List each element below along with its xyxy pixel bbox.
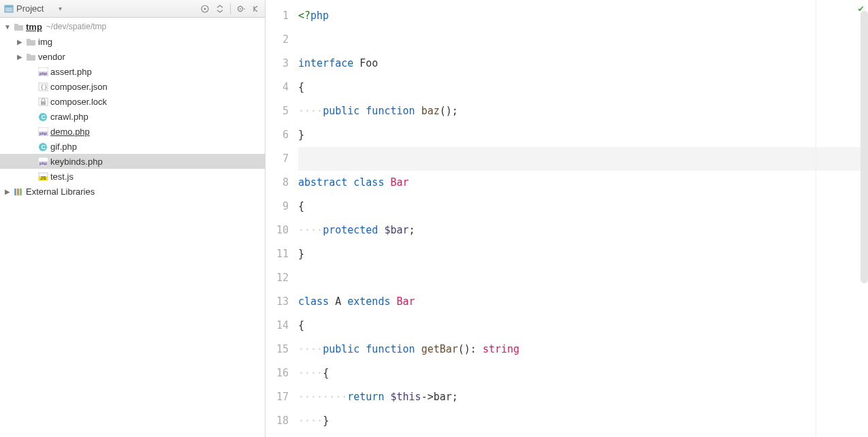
- line-number: 15: [266, 338, 298, 361]
- chevron-down-icon[interactable]: ▼: [3, 23, 12, 31]
- line-number: 4: [266, 76, 298, 99]
- code-line[interactable]: }: [298, 242, 868, 266]
- line-number: 17: [266, 385, 298, 409]
- chevron-right-icon[interactable]: ▶: [15, 53, 25, 61]
- tree-root[interactable]: ▼ tmp ~/dev/spatie/tmp: [0, 19, 265, 34]
- code-editor[interactable]: 123456789101112131415161718 <?php interf…: [266, 0, 868, 437]
- divider: [230, 3, 231, 14]
- tree-file[interactable]: ·{}composer.json: [0, 79, 265, 94]
- line-number: 11: [266, 242, 298, 266]
- lock-file-icon: [37, 97, 49, 106]
- code-line[interactable]: <?php: [298, 4, 868, 28]
- ide-root: Project ▾ ▼ tmp ~/dev/spatie/tmp ▶img▶ve…: [0, 0, 868, 437]
- tree-file[interactable]: ·JStest.js: [0, 169, 265, 184]
- svg-text:php: php: [39, 161, 47, 165]
- svg-text:C: C: [41, 144, 46, 150]
- tree-item-label: test.js: [49, 172, 74, 182]
- svg-rect-1: [5, 5, 13, 7]
- code-line[interactable]: interface Foo: [298, 52, 868, 76]
- collapse-icon[interactable]: [215, 4, 225, 14]
- svg-rect-26: [14, 189, 16, 195]
- project-dropdown-icon[interactable]: ▾: [59, 5, 62, 12]
- code-line[interactable]: [298, 266, 868, 290]
- hide-icon[interactable]: [251, 4, 261, 14]
- chevron-right-icon[interactable]: ▶: [15, 38, 25, 46]
- code-line[interactable]: ····protected $bar;: [298, 218, 868, 242]
- margin-line: [816, 0, 816, 437]
- tree-folder[interactable]: ▶vendor: [0, 49, 265, 64]
- line-number: 1: [266, 4, 298, 28]
- external-libraries-label: External Libraries: [25, 187, 95, 197]
- svg-point-3: [204, 7, 206, 10]
- tree-item-label: demo.php: [49, 127, 90, 137]
- code-line[interactable]: [298, 28, 868, 52]
- svg-text:C: C: [41, 114, 46, 120]
- c-file-icon: C: [37, 112, 49, 121]
- tree-item-label: composer.json: [49, 82, 108, 92]
- code-line[interactable]: {: [298, 76, 868, 99]
- sidebar-header: Project ▾: [0, 0, 265, 18]
- sidebar-title[interactable]: Project: [16, 3, 44, 14]
- chevron-right-icon[interactable]: ▶: [3, 188, 12, 195]
- target-icon[interactable]: [200, 4, 210, 14]
- js-file-icon: JS: [37, 172, 49, 181]
- tree-item-label: vendor: [37, 52, 65, 62]
- svg-text:php: php: [39, 131, 47, 135]
- code-line[interactable]: [298, 147, 868, 171]
- tree-root-label: tmp: [25, 22, 42, 32]
- gear-icon[interactable]: [236, 4, 246, 14]
- folder-icon: [25, 52, 37, 61]
- tree-file[interactable]: ·Ccrawl.php: [0, 109, 265, 124]
- c-file-icon: C: [37, 142, 49, 151]
- tree-item-label: keybinds.php: [49, 157, 103, 167]
- code-line[interactable]: ····public function baz();: [298, 99, 868, 123]
- tree-item-label: gif.php: [49, 142, 77, 152]
- external-libraries[interactable]: ▶ External Libraries: [0, 184, 265, 199]
- code-line[interactable]: abstract class Bar: [298, 171, 868, 195]
- line-number: 16: [266, 361, 298, 385]
- svg-point-5: [240, 8, 241, 10]
- code-line[interactable]: ····public function getBar(): string: [298, 338, 868, 361]
- code-line[interactable]: {: [298, 195, 868, 218]
- php-file-icon: php: [37, 157, 49, 166]
- svg-rect-27: [17, 189, 19, 195]
- tree-file[interactable]: ·Cgif.php: [0, 139, 265, 154]
- project-icon: [4, 4, 14, 14]
- line-number: 8: [266, 171, 298, 195]
- code-line[interactable]: {: [298, 314, 868, 338]
- tree-folder[interactable]: ▶img: [0, 34, 265, 49]
- folder-icon: [12, 22, 25, 31]
- tree-root-path: ~/dev/spatie/tmp: [42, 22, 106, 31]
- code-line[interactable]: ········return $this->bar;: [298, 385, 868, 409]
- svg-text:php: php: [39, 71, 47, 76]
- line-number: 3: [266, 52, 298, 76]
- line-number: 9: [266, 195, 298, 218]
- code-line[interactable]: ····}: [298, 409, 868, 433]
- tree-file[interactable]: ·phpkeybinds.php: [0, 154, 265, 169]
- tree-item-label: composer.lock: [49, 97, 107, 107]
- line-number: 13: [266, 290, 298, 314]
- line-number: 5: [266, 99, 298, 123]
- libraries-icon: [12, 187, 25, 196]
- php-file-icon: php: [37, 127, 49, 136]
- file-tree: ▼ tmp ~/dev/spatie/tmp ▶img▶vendor ·phpa…: [0, 18, 265, 437]
- svg-rect-12: [41, 101, 46, 105]
- code-line[interactable]: ····{: [298, 361, 868, 385]
- scrollbar[interactable]: [861, 11, 868, 283]
- svg-text:JS: JS: [40, 176, 46, 180]
- code-line[interactable]: }: [298, 123, 868, 147]
- svg-text:{}: {}: [40, 84, 48, 91]
- line-number: 2: [266, 28, 298, 52]
- tree-item-label: img: [37, 37, 52, 47]
- tree-file[interactable]: ·phpassert.php: [0, 64, 265, 79]
- folder-icon: [25, 37, 37, 46]
- tree-file[interactable]: ·composer.lock: [0, 94, 265, 109]
- tree-file[interactable]: ·phpdemo.php: [0, 124, 265, 139]
- tree-item-label: crawl.php: [49, 112, 89, 122]
- code-line[interactable]: class A extends Bar: [298, 290, 868, 314]
- svg-rect-28: [20, 189, 22, 195]
- line-number: 14: [266, 314, 298, 338]
- line-number: 18: [266, 409, 298, 433]
- line-number: 6: [266, 123, 298, 147]
- code-area[interactable]: <?php interface Foo{····public function …: [298, 0, 868, 437]
